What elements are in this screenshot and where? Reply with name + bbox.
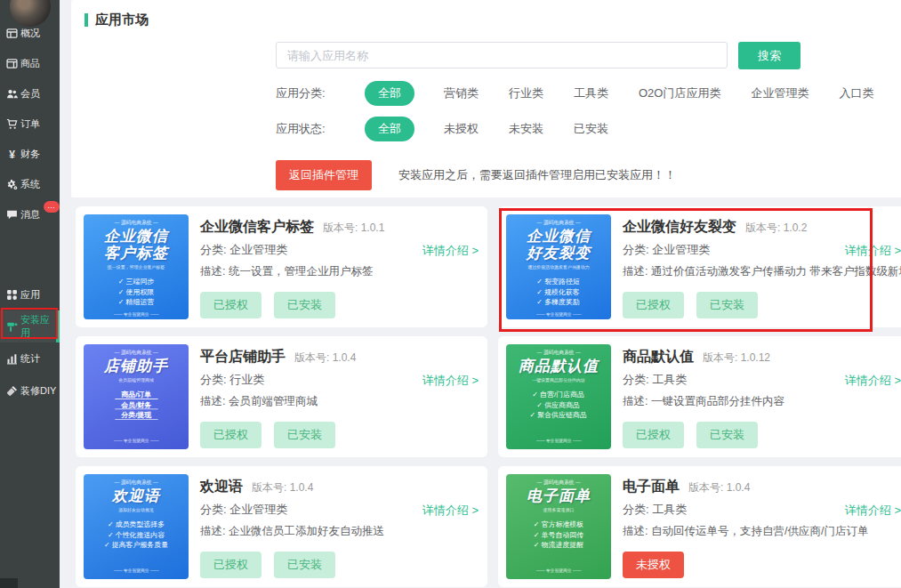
thumb-title: 企业微信好友裂变	[527, 228, 591, 262]
category-option[interactable]: 营销类	[444, 86, 479, 100]
sidebar-item-goods[interactable]: 商品	[0, 48, 60, 78]
status-badge[interactable]: 已安装	[274, 552, 335, 578]
detail-link[interactable]: 详情介绍 >	[422, 373, 479, 389]
app-card: — 源码电商系统 — 欢迎语 添加好友自动推送 ✓ 成员类型选择多✓ 个性化推送…	[76, 466, 487, 587]
goods-icon	[6, 58, 18, 69]
status-badges: 已授权已安装	[623, 292, 758, 318]
status-badge[interactable]: 已授权	[200, 422, 261, 448]
order-icon	[6, 118, 18, 130]
thumb-header-text: — 源码电商系统 —	[114, 350, 157, 357]
thumb-title: 店铺助手	[104, 358, 168, 375]
category-option[interactable]: 入口类	[839, 86, 873, 100]
thumb-header-text: — 源码电商系统 —	[536, 479, 580, 487]
app-version: 版本号: 1.0.2	[745, 222, 807, 234]
app-description: 描述: 会员前端管理商城	[200, 394, 318, 409]
status-badges: 已授权已安装	[623, 422, 758, 448]
status-badge[interactable]: 已授权	[200, 292, 261, 318]
thumb-footer-text: —— 专业智慧商业 ——	[114, 311, 159, 318]
member-icon	[6, 88, 18, 100]
category-option[interactable]: 工具类	[574, 86, 608, 100]
status-badges: 已授权已安装	[200, 422, 335, 448]
notice-row: 返回插件管理 安装应用之后，需要返回插件管理启用已安装应用！！	[276, 160, 676, 190]
sidebar-item-label: 应用	[20, 288, 40, 302]
category-filter-row: 应用分类: 全部 营销类行业类工具类O2O门店应用类企业管理类入口类	[276, 81, 901, 106]
status-badge[interactable]: 已授权	[200, 552, 261, 578]
app-card: — 源码电商系统 — 企业微信客户标签 统一设置，管理企业客户标签 ✓ 三端同步…	[76, 206, 487, 327]
status-badge[interactable]: 已安装	[696, 422, 758, 448]
app-thumbnail: — 源码电商系统 — 店铺助手 会员前端管理商城 商品/订单会员/财务分类/提现…	[84, 344, 189, 449]
sidebar-item-label: 统计	[20, 352, 40, 366]
status-option[interactable]: 未安装	[509, 122, 543, 135]
sidebar-collapse-button[interactable]	[0, 578, 18, 588]
detail-link[interactable]: 详情介绍 >	[845, 373, 901, 389]
app-category: 分类: 企业管理类	[200, 242, 287, 258]
thumb-footer-text: —— 专业智慧商业 ——	[114, 438, 159, 444]
status-badge[interactable]: 已授权	[623, 292, 684, 318]
category-option[interactable]: 行业类	[509, 86, 543, 100]
detail-link[interactable]: 详情介绍 >	[422, 243, 479, 259]
sidebar-item-label: 商品	[20, 57, 40, 70]
sidebar-item-overview[interactable]: 概况	[0, 18, 60, 48]
app-name: 企业微信好友裂变	[623, 219, 736, 234]
search-button[interactable]: 搜索	[738, 42, 800, 69]
status-badge[interactable]: 已安装	[696, 292, 758, 318]
sidebar-item-finance[interactable]: ¥ 财务	[0, 139, 60, 169]
sidebar-item-message[interactable]: 消息 …	[0, 199, 60, 230]
sidebar-item-install-app[interactable]: 安装应用	[0, 310, 60, 342]
sidebar-item-system[interactable]: 系统	[0, 169, 60, 199]
app-category: 分类: 企业管理类	[200, 502, 287, 518]
detail-link[interactable]: 详情介绍 >	[845, 243, 901, 259]
app-description: 描述: 自动回传运单号，支持自营/供应商/门店订单	[623, 524, 868, 539]
page-title-text: 应用市场	[95, 12, 149, 28]
app-description: 描述: 通过价值活动激发客户传播动力 带来客户指数级新增	[623, 264, 901, 279]
app-card: — 源码电商系统 — 商品默认值 一键设置商品部分挂件内容 ✓ 自营/门店商品✓…	[498, 336, 901, 457]
category-option-all[interactable]: 全部	[365, 81, 414, 106]
category-options: 营销类行业类工具类O2O门店应用类企业管理类入口类	[444, 85, 901, 101]
thumb-features: ✓ 自营/门店商品✓ 供应商商品✓ 聚合供应链商品	[530, 390, 587, 420]
sidebar-item-order[interactable]: 订单	[0, 109, 60, 139]
category-option[interactable]: O2O门店应用类	[639, 86, 720, 100]
search-input[interactable]	[276, 42, 728, 68]
sidebar-menu-top: 概况 商品 会员 订单 ¥ 财务 系统 消息 …	[0, 18, 60, 230]
main-content: 应用市场 搜索 应用分类: 全部 营销类行业类工具类O2O门店应用类企业管理类入…	[60, 0, 901, 588]
sidebar-item-app[interactable]: 应用	[0, 278, 60, 310]
thumb-subtitle: 使用多渠道接口	[543, 507, 575, 513]
category-option[interactable]: 企业管理类	[751, 86, 808, 100]
page-title: 应用市场	[84, 12, 149, 28]
status-option[interactable]: 未授权	[444, 122, 479, 135]
thumb-features: ✓ 官方标准模板✓ 单号自动回传✓ 物流进度提醒	[534, 520, 583, 550]
thumb-features: 商品/订单会员/财务分类/提现	[115, 390, 157, 420]
thumb-subtitle: 添加好友自动推送	[118, 507, 154, 513]
status-badge[interactable]: 未授权	[623, 552, 684, 578]
detail-link[interactable]: 详情介绍 >	[845, 503, 901, 519]
app-version: 版本号: 1.0.12	[703, 351, 770, 364]
app-name: 欢迎语	[200, 479, 243, 494]
search-row: 搜索	[276, 42, 800, 69]
thumb-features: ✓ 裂变路径短✓ 规模化获客✓ 多梯度奖励	[537, 277, 580, 307]
thumb-header-text: — 源码电商系统 —	[114, 479, 157, 487]
app-category: 分类: 工具类	[623, 502, 687, 518]
detail-link[interactable]: 详情介绍 >	[422, 503, 479, 519]
status-options: 未授权未安装已安装	[444, 121, 639, 137]
app-card-grid: — 源码电商系统 — 企业微信客户标签 统一设置，管理企业客户标签 ✓ 三端同步…	[76, 206, 901, 587]
sidebar-item-member[interactable]: 会员	[0, 78, 60, 109]
back-to-plugin-manager-button[interactable]: 返回插件管理	[276, 160, 372, 190]
message-icon	[6, 209, 18, 221]
status-option-all[interactable]: 全部	[365, 117, 414, 141]
message-badge: …	[44, 201, 60, 213]
category-filter-label: 应用分类:	[276, 85, 365, 101]
status-option[interactable]: 已安装	[574, 122, 608, 135]
status-badge[interactable]: 已安装	[274, 422, 335, 448]
sidebar-item-stats[interactable]: 统计	[0, 342, 60, 375]
install-app-icon	[6, 321, 18, 333]
sidebar-item-label: 财务	[20, 148, 40, 161]
status-badge[interactable]: 已授权	[623, 422, 684, 448]
status-badge[interactable]: 已安装	[274, 292, 335, 318]
thumb-footer-text: —— 专业智慧商业 ——	[536, 311, 582, 318]
overview-icon	[6, 28, 18, 39]
sidebar-item-diy[interactable]: 装修DIY	[0, 375, 60, 407]
app-version: 版本号: 1.0.1	[323, 222, 384, 234]
app-thumbnail: — 源码电商系统 — 商品默认值 一键设置商品部分挂件内容 ✓ 自营/门店商品✓…	[506, 344, 611, 449]
thumb-title: 电子面单	[527, 487, 591, 504]
stats-icon	[6, 353, 18, 365]
